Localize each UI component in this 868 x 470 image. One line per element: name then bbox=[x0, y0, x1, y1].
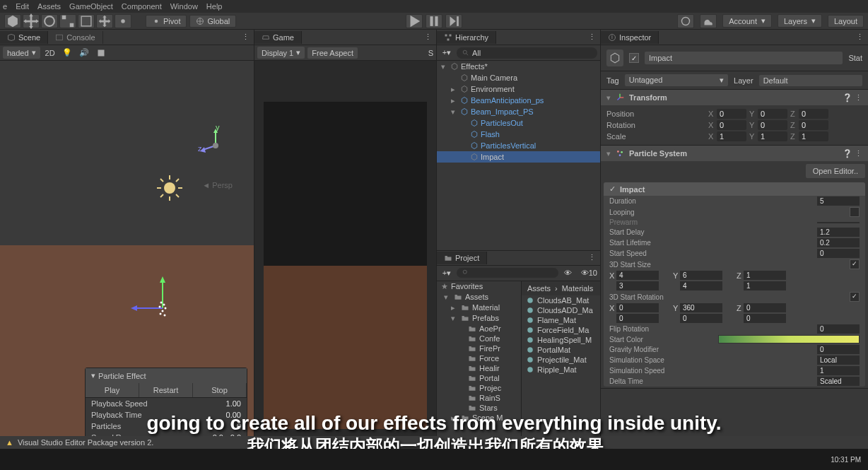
pivot-toggle[interactable]: Pivot bbox=[146, 15, 187, 28]
hierarchy-item[interactable]: ▸BeamAnticipation_ps bbox=[437, 95, 600, 106]
play-button[interactable] bbox=[406, 14, 423, 28]
particle-system-header[interactable]: ▾ Particle System ❔ ⋮ bbox=[601, 146, 868, 161]
cloud-icon[interactable] bbox=[700, 14, 717, 28]
collab-icon[interactable] bbox=[677, 14, 694, 28]
filter-icon[interactable]: 👁 bbox=[561, 266, 575, 279]
pos-y-input[interactable]: 0 bbox=[758, 109, 787, 119]
material-asset[interactable]: Flame_Mat bbox=[522, 315, 600, 325]
scale-z-input[interactable]: 1 bbox=[799, 131, 828, 141]
panel-menu[interactable]: ⋮ bbox=[584, 33, 600, 42]
folder-item[interactable]: Stars bbox=[437, 403, 521, 413]
step-button[interactable] bbox=[445, 14, 462, 28]
active-checkbox[interactable] bbox=[629, 53, 639, 63]
folder-item[interactable]: Confe bbox=[437, 334, 521, 343]
game-tab[interactable]: Game bbox=[254, 31, 302, 44]
breadcrumb-item[interactable]: Assets bbox=[527, 284, 551, 293]
audio-toggle[interactable]: 🔊 bbox=[77, 47, 91, 59]
pos-z-input[interactable]: 0 bbox=[799, 109, 828, 119]
material-asset[interactable]: CloudsAB_Mat bbox=[522, 295, 600, 305]
rot-z-input[interactable]: 0 bbox=[799, 120, 828, 130]
hierarchy-item[interactable]: ParticlesVertical bbox=[437, 140, 600, 151]
rect-tool[interactable] bbox=[78, 14, 95, 28]
scale-x-input[interactable]: 1 bbox=[717, 131, 746, 141]
material-asset[interactable]: CloudsADD_Ma bbox=[522, 305, 600, 315]
rot-z1[interactable]: 0 bbox=[744, 303, 786, 312]
move-gizmo[interactable] bbox=[127, 273, 198, 343]
material-asset[interactable]: HealingSpell_M bbox=[522, 335, 600, 345]
pe-play-button[interactable]: Play bbox=[86, 383, 139, 397]
scale-y-input[interactable]: 1 bbox=[758, 131, 787, 141]
folder-item[interactable]: AoePr bbox=[437, 324, 521, 334]
material-asset[interactable]: Ripple_Mat bbox=[522, 365, 600, 375]
rot3d-checkbox[interactable] bbox=[850, 292, 860, 302]
menu-gameobject[interactable]: GameObject bbox=[69, 2, 113, 11]
rot-x-input[interactable]: 0 bbox=[717, 120, 746, 130]
ps-value-input[interactable]: Scaled bbox=[817, 377, 860, 386]
ps-value-input[interactable]: 1 bbox=[817, 366, 860, 375]
display-dropdown[interactable]: Display 1▾ bbox=[257, 47, 305, 59]
size-z2[interactable]: 1 bbox=[744, 281, 786, 290]
material-asset[interactable]: ForceField_Ma bbox=[522, 325, 600, 335]
transform-tool[interactable] bbox=[96, 14, 113, 28]
panel-menu[interactable]: ⋮ bbox=[584, 253, 600, 262]
menu-component[interactable]: Component bbox=[122, 2, 162, 11]
move-tool[interactable] bbox=[23, 14, 40, 28]
hierarchy-item[interactable]: ▾Effects* bbox=[437, 61, 600, 72]
folder-item[interactable]: Healir bbox=[437, 363, 521, 373]
inspector-tab[interactable]: i Inspector bbox=[601, 31, 659, 44]
playback-speed-value[interactable]: 1.00 bbox=[226, 399, 241, 408]
project-tab[interactable]: Project bbox=[437, 252, 487, 264]
ps-value-input[interactable]: 0.2 bbox=[817, 238, 860, 247]
scene-viewport[interactable]: y z ◄ Persp ▾Particle Effect bbox=[0, 61, 254, 470]
hierarchy-item[interactable]: ▾Beam_Impact_PS bbox=[437, 106, 600, 117]
ps-value-input[interactable]: 5 bbox=[817, 196, 860, 206]
project-search[interactable] bbox=[457, 268, 558, 278]
favorites-item[interactable]: ★ Favorites bbox=[437, 281, 521, 292]
folder-item[interactable]: Projec bbox=[437, 383, 521, 393]
ps-value-input[interactable]: Local bbox=[817, 356, 860, 365]
folder-item[interactable]: FirePr bbox=[437, 343, 521, 353]
layers-dropdown[interactable]: Layers▾ bbox=[778, 14, 822, 28]
rot-x2[interactable]: 0 bbox=[616, 314, 659, 323]
material-asset[interactable]: Projectile_Mat bbox=[522, 355, 600, 365]
rot-z2[interactable]: 0 bbox=[744, 314, 786, 323]
gameobject-name-input[interactable]: Impact bbox=[645, 52, 843, 64]
folder-item[interactable]: ▸Material bbox=[437, 302, 521, 313]
folder-item[interactable]: RainS bbox=[437, 393, 521, 403]
size-y2[interactable]: 4 bbox=[680, 281, 722, 290]
create-dropdown[interactable]: +▾ bbox=[440, 47, 454, 59]
panel-menu[interactable]: ⋮ bbox=[237, 33, 254, 42]
panel-menu[interactable]: ⋮ bbox=[420, 33, 436, 42]
rot-y1[interactable]: 360 bbox=[680, 303, 722, 312]
menu-help[interactable]: Help bbox=[206, 2, 223, 11]
folder-item[interactable]: ▾Prefabs bbox=[437, 313, 521, 324]
folder-item[interactable]: Force bbox=[437, 353, 521, 363]
ps-checkbox[interactable] bbox=[850, 259, 860, 269]
lighting-toggle[interactable]: 💡 bbox=[60, 47, 74, 59]
hand-tool[interactable] bbox=[4, 14, 21, 28]
material-asset[interactable]: PortalMat bbox=[522, 345, 600, 355]
pe-stop-button[interactable]: Stop bbox=[193, 383, 247, 397]
rot-y2[interactable]: 0 bbox=[680, 314, 722, 323]
static-label[interactable]: Stat bbox=[848, 54, 862, 62]
rot-y-input[interactable]: 0 bbox=[758, 120, 787, 130]
menu-edit[interactable]: Edit bbox=[16, 2, 29, 11]
hierarchy-search[interactable]: All bbox=[457, 47, 597, 59]
folder-item[interactable]: Portal bbox=[437, 373, 521, 383]
ps-module-header[interactable]: ✓Impact bbox=[604, 182, 865, 196]
ps-checkbox[interactable] bbox=[850, 207, 860, 217]
open-editor-button[interactable]: Open Editor.. bbox=[806, 164, 865, 178]
global-toggle[interactable]: Global bbox=[189, 15, 236, 28]
console-tab[interactable]: Console bbox=[48, 31, 102, 44]
menu-assets[interactable]: Assets bbox=[37, 2, 61, 11]
folder-item[interactable]: ▾Assets bbox=[437, 292, 521, 302]
menu-window[interactable]: Window bbox=[170, 2, 198, 11]
hierarchy-item[interactable]: ParticlesOut bbox=[437, 117, 600, 129]
fx-toggle[interactable] bbox=[94, 47, 108, 59]
hierarchy-item[interactable]: ▸Environment bbox=[437, 83, 600, 95]
orientation-gizmo[interactable]: y z bbox=[194, 124, 237, 167]
rot-x1[interactable]: 0 bbox=[616, 303, 659, 312]
size-z1[interactable]: 1 bbox=[744, 271, 786, 280]
size-y1[interactable]: 6 bbox=[680, 271, 722, 280]
mode-2d-toggle[interactable]: 2D bbox=[43, 47, 57, 59]
